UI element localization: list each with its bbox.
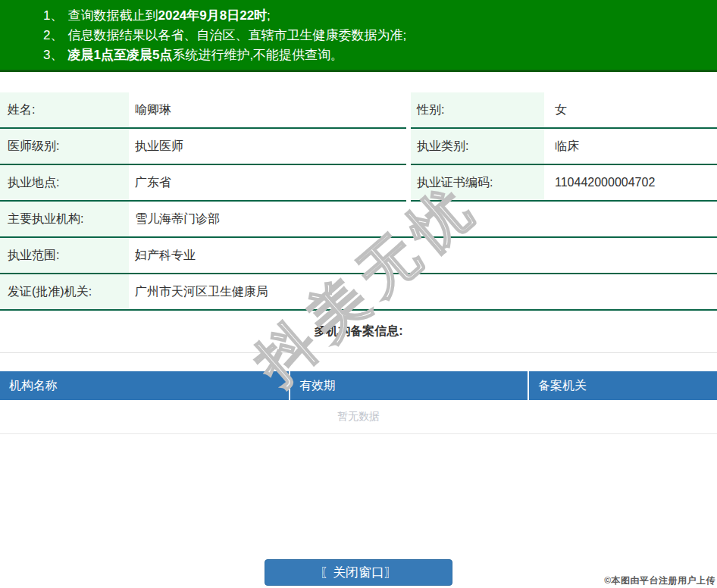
info-row-2: 医师级别:执业医师执业类别:临床 [0, 129, 717, 165]
org-table-header-1: 机构名称 [0, 371, 290, 400]
field-label: 执业类别: [411, 129, 544, 165]
field-value: 广东省 [129, 165, 406, 202]
info-row-5: 执业范围:妇产科专业 [0, 238, 717, 274]
notice-text: 信息数据结果以各省、自治区、直辖市卫生健康委数据为准; [67, 28, 406, 42]
practitioner-info-table: 姓名:喻卿琳性别:女医师级别:执业医师执业类别:临床执业地点:广东省执业证书编码… [0, 92, 717, 311]
field-label: 执业范围: [0, 238, 129, 274]
multi-org-table: 机构名称有效期备案机关 暂无数据 [0, 371, 717, 434]
notice-number: 3、 [43, 48, 63, 62]
notice-text: 查询数据截止到 [67, 8, 158, 23]
empty-data-placeholder: 暂无数据 [0, 400, 717, 434]
field-value: 妇产科专业 [129, 238, 717, 274]
copyright-note: ©本图由平台注册用户上传 [604, 574, 715, 587]
notice-text: 系统进行维护,不能提供查询。 [172, 48, 343, 62]
multi-org-table-header: 机构名称有效期备案机关 [0, 371, 717, 400]
field-label: 性别: [411, 92, 544, 129]
field-label: 执业证书编码: [411, 165, 544, 202]
field-label: 主要执业机构: [0, 202, 129, 238]
field-value: 广州市天河区卫生健康局 [129, 274, 717, 311]
notice-number: 2、 [43, 28, 63, 42]
field-label: 医师级别: [0, 129, 129, 165]
field-value: 女 [544, 92, 717, 129]
field-value: 临床 [544, 129, 717, 165]
notice-line-3: 3、凌晨1点至凌晨5点系统进行维护,不能提供查询。 [43, 45, 709, 65]
notice-line-2: 2、信息数据结果以各省、自治区、直辖市卫生健康委数据为准; [43, 26, 709, 45]
notice-banner: 1、查询数据截止到2024年9月8日22时;2、信息数据结果以各省、自治区、直辖… [0, 0, 717, 72]
info-row-3: 执业地点:广东省执业证书编码:110442000004702 [0, 165, 717, 202]
practitioner-query-result-page: 1、查询数据截止到2024年9月8日22时;2、信息数据结果以各省、自治区、直辖… [0, 0, 717, 588]
info-row-4: 主要执业机构:雪儿海蒂门诊部 [0, 202, 717, 238]
notice-text-bold: 2024年9月8日22时 [158, 8, 267, 23]
notice-text: ; [267, 8, 271, 23]
info-row-6: 发证(批准)机关:广州市天河区卫生健康局 [0, 274, 717, 311]
notice-number: 1、 [43, 8, 63, 23]
field-value: 执业医师 [129, 129, 406, 165]
close-window-button[interactable]: 〖关闭窗口〗 [265, 559, 452, 586]
field-label: 姓名: [0, 92, 129, 129]
field-value: 喻卿琳 [129, 92, 406, 129]
field-value: 110442000004702 [544, 165, 717, 202]
field-label: 执业地点: [0, 165, 129, 202]
info-row-1: 姓名:喻卿琳性别:女 [0, 92, 717, 129]
org-table-header-3: 备案机关 [529, 371, 717, 400]
notice-text-bold: 凌晨1点至凌晨5点 [67, 48, 172, 62]
notice-line-1: 1、查询数据截止到2024年9月8日22时; [43, 6, 709, 26]
multi-org-section-title: 多机构备案信息: [0, 311, 717, 353]
org-table-header-2: 有效期 [290, 371, 529, 400]
field-value: 雪儿海蒂门诊部 [129, 202, 717, 238]
field-label: 发证(批准)机关: [0, 274, 129, 311]
